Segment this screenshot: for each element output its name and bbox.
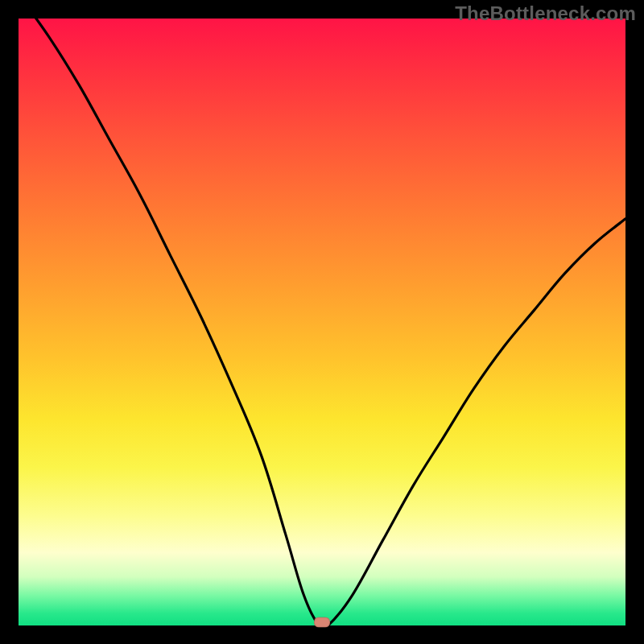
watermark-label: TheBottleneck.com (455, 2, 636, 25)
curve-svg (19, 19, 625, 625)
chart-frame: TheBottleneck.com (0, 0, 644, 644)
optimum-marker (314, 617, 330, 628)
bottleneck-curve-path (19, 0, 625, 630)
plot-area (19, 19, 625, 625)
